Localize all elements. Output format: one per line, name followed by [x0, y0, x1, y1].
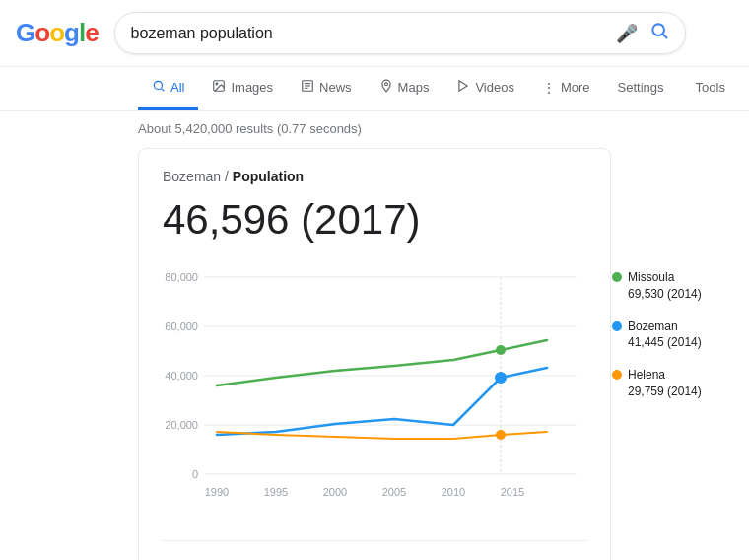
svg-text:1995: 1995	[264, 486, 288, 498]
population-chart: 80,000 60,000 40,000 20,000 0 1990 1995 …	[163, 259, 596, 525]
legend-helena: Helena 29,759 (2014)	[612, 367, 730, 400]
chart-svg-wrap: 80,000 60,000 40,000 20,000 0 1990 1995 …	[163, 259, 596, 528]
bozeman-text: Bozeman 41,445 (2014)	[628, 318, 702, 352]
svg-marker-11	[459, 81, 467, 92]
breadcrumb-city: Bozeman	[163, 169, 221, 184]
tools-link[interactable]: Tools	[682, 68, 739, 109]
svg-text:2010: 2010	[442, 486, 465, 498]
chart-legend: Missoula 69,530 (2014) Bozeman 41,445 (2…	[612, 259, 730, 400]
google-logo[interactable]: Google	[16, 18, 99, 48]
breadcrumb-sep: /	[225, 169, 233, 184]
svg-text:2000: 2000	[323, 486, 347, 498]
chart-container: 80,000 60,000 40,000 20,000 0 1990 1995 …	[163, 259, 586, 528]
videos-icon	[456, 79, 470, 96]
svg-text:1990: 1990	[205, 486, 229, 498]
tab-more-label: More	[561, 80, 590, 95]
header: Google 🎤	[0, 0, 749, 67]
helena-city: Helena	[628, 367, 702, 384]
more-icon: ⋮	[542, 80, 556, 96]
helena-value: 29,759 (2014)	[628, 384, 702, 400]
all-icon	[152, 79, 166, 96]
svg-point-5	[217, 83, 219, 85]
images-icon	[212, 79, 226, 96]
card-divider	[163, 540, 586, 541]
explore-more-button[interactable]: 🌐 Explore more	[163, 549, 586, 560]
tab-more[interactable]: ⋮ More	[528, 68, 604, 110]
tab-news[interactable]: News	[287, 67, 366, 110]
nav-tabs: All Images News Maps Videos ⋮ More Setti…	[0, 67, 749, 111]
breadcrumb-topic: Population	[233, 169, 304, 184]
svg-text:80,000: 80,000	[165, 271, 198, 283]
results-count: About 5,420,000 results (0.77 seconds)	[138, 121, 362, 136]
tab-maps[interactable]: Maps	[366, 67, 443, 110]
knowledge-card: Bozeman / Population 46,596 (2017) 80,00…	[138, 148, 611, 560]
missoula-dot	[612, 272, 622, 282]
svg-point-31	[496, 430, 506, 440]
microphone-icon[interactable]: 🎤	[616, 23, 638, 44]
missoula-value: 69,530 (2014)	[628, 286, 702, 303]
legend-bozeman: Bozeman 41,445 (2014)	[612, 318, 730, 352]
legend-missoula: Missoula 69,530 (2014)	[612, 269, 730, 303]
helena-text: Helena 29,759 (2014)	[628, 367, 702, 400]
bozeman-dot	[612, 321, 622, 331]
tab-all[interactable]: All	[138, 67, 198, 110]
missoula-text: Missoula 69,530 (2014)	[628, 269, 702, 303]
svg-text:0: 0	[192, 468, 198, 480]
tab-maps-label: Maps	[398, 80, 430, 95]
svg-point-2	[154, 81, 162, 89]
settings-label: Settings	[618, 80, 664, 95]
svg-text:20,000: 20,000	[165, 419, 198, 431]
svg-text:2005: 2005	[382, 486, 406, 498]
svg-line-3	[162, 89, 165, 92]
tab-images[interactable]: Images	[198, 67, 287, 110]
nav-right: Settings Tools	[604, 68, 739, 109]
missoula-city: Missoula	[628, 269, 702, 286]
bozeman-value: 41,445 (2014)	[628, 334, 702, 351]
tab-videos[interactable]: Videos	[443, 67, 528, 110]
tab-videos-label: Videos	[475, 80, 514, 95]
svg-text:60,000: 60,000	[165, 320, 198, 332]
news-icon	[301, 79, 314, 96]
search-bar: 🎤	[114, 12, 686, 54]
svg-point-10	[384, 83, 387, 86]
main-population-value: 46,596 (2017)	[163, 196, 586, 244]
search-button[interactable]	[649, 21, 669, 45]
settings-link[interactable]: Settings	[604, 68, 678, 109]
svg-point-30	[495, 372, 507, 384]
tools-label: Tools	[696, 80, 725, 95]
maps-icon	[379, 79, 393, 96]
bozeman-city: Bozeman	[628, 318, 702, 335]
tab-news-label: News	[319, 80, 352, 95]
helena-dot	[612, 370, 622, 380]
tab-images-label: Images	[231, 80, 273, 95]
search-input[interactable]	[131, 25, 608, 42]
svg-line-1	[662, 35, 666, 38]
svg-text:2015: 2015	[501, 486, 524, 498]
tab-all-label: All	[170, 80, 184, 95]
svg-point-29	[496, 345, 506, 355]
results-info: About 5,420,000 results (0.77 seconds)	[0, 111, 749, 144]
svg-text:40,000: 40,000	[165, 370, 198, 382]
breadcrumb: Bozeman / Population	[163, 169, 586, 184]
